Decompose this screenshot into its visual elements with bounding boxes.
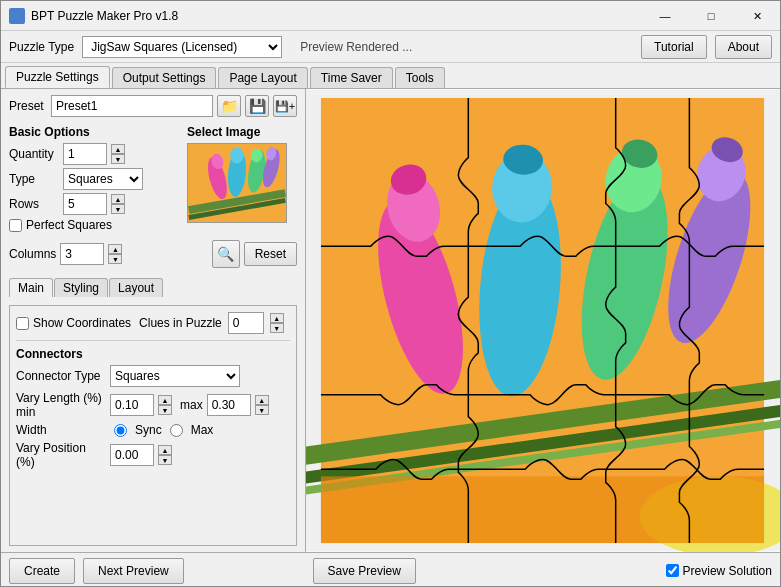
vary-max-down[interactable]: ▼ [255,405,269,415]
vary-position-row: Vary Position (%) ▲ ▼ [16,441,290,469]
search-button[interactable]: 🔍 [212,240,240,268]
connectors-section: Connectors Connector Type Squares Classi… [16,347,290,469]
top-bar: Puzzle Type JigSaw Squares (Licensed) Pr… [1,31,780,63]
max-radio[interactable] [170,424,183,437]
preview-solution-label: Preview Solution [683,564,772,578]
create-button[interactable]: Create [9,558,75,584]
clues-row: Clues in Puzzle ▲ ▼ [139,312,284,334]
sync-radio[interactable] [114,424,127,437]
columns-down[interactable]: ▼ [108,254,122,264]
sub-tab-main[interactable]: Main [9,278,53,297]
type-select[interactable]: Squares Classic Random [63,168,143,190]
perfect-squares-label: Perfect Squares [26,218,112,232]
vary-max-label: max [180,398,203,412]
columns-row: Columns ▲ ▼ 🔍 Reset [9,240,297,268]
max-label: Max [191,423,214,437]
preset-save-button[interactable]: 💾 [245,95,269,117]
width-label: Width [16,423,106,437]
main-tab-bar: Puzzle Settings Output Settings Page Lay… [1,63,780,89]
sub-tab-styling[interactable]: Styling [54,278,108,297]
tab-output-settings[interactable]: Output Settings [112,67,217,88]
tutorial-button[interactable]: Tutorial [641,35,707,59]
bottom-bar: Create Next Preview Save Preview Preview… [1,552,780,587]
clues-down[interactable]: ▼ [270,323,284,333]
title-bar: BPT Puzzle Maker Pro v1.8 — □ ✕ [1,1,780,31]
main-layout: Preset 📁 💾 💾+ Basic Options Quantity ▲ ▼ [1,89,780,552]
type-label: Type [9,172,59,186]
puzzle-preview-svg [306,89,780,552]
puzzle-type-select[interactable]: JigSaw Squares (Licensed) [82,36,282,58]
sub-tab-bar: Main Styling Layout [9,278,297,297]
vary-length-min-input[interactable] [110,394,154,416]
show-coordinates-row: Show Coordinates [16,316,131,330]
image-preview[interactable] [187,143,287,223]
vary-position-input[interactable] [110,444,154,466]
quantity-up[interactable]: ▲ [111,144,125,154]
rows-row: Rows ▲ ▼ [9,193,181,215]
left-panel: Preset 📁 💾 💾+ Basic Options Quantity ▲ ▼ [1,89,306,552]
close-button[interactable]: ✕ [734,1,780,31]
separator [16,340,290,341]
maximize-button[interactable]: □ [688,1,734,31]
vary-length-row: Vary Length (%) min ▲ ▼ max ▲ ▼ [16,391,290,419]
preset-folder-button[interactable]: 📁 [217,95,241,117]
quantity-input[interactable] [63,143,107,165]
clues-spinner: ▲ ▼ [270,313,284,333]
connector-type-row: Connector Type Squares Classic Wave Teet… [16,365,290,387]
preview-solution-checkbox[interactable] [666,564,679,577]
show-coordinates-label: Show Coordinates [33,316,131,330]
puzzle-type-label: Puzzle Type [9,40,74,54]
save-preview-button[interactable]: Save Preview [313,558,416,584]
preset-save-as-button[interactable]: 💾+ [273,95,297,117]
tab-page-layout[interactable]: Page Layout [218,67,307,88]
rows-label: Rows [9,197,59,211]
show-coordinates-checkbox[interactable] [16,317,29,330]
vary-max-up[interactable]: ▲ [255,395,269,405]
two-col-section: Basic Options Quantity ▲ ▼ Type Squares … [9,125,297,236]
vary-length-label: Vary Length (%) min [16,391,106,419]
quantity-label: Quantity [9,147,59,161]
sub-tab-layout[interactable]: Layout [109,278,163,297]
preset-row: Preset 📁 💾 💾+ [9,95,297,117]
connector-type-select[interactable]: Squares Classic Wave Teeth [110,365,240,387]
columns-up[interactable]: ▲ [108,244,122,254]
preset-input[interactable] [51,95,213,117]
rows-down[interactable]: ▼ [111,204,125,214]
quantity-row: Quantity ▲ ▼ [9,143,181,165]
vary-min-up[interactable]: ▲ [158,395,172,405]
vary-position-up[interactable]: ▲ [158,445,172,455]
preset-label: Preset [9,99,47,113]
vary-length-max-input[interactable] [207,394,251,416]
quantity-down[interactable]: ▼ [111,154,125,164]
preview-solution-row: Preview Solution [666,564,772,578]
columns-input[interactable] [60,243,104,265]
vary-position-label: Vary Position (%) [16,441,106,469]
quantity-spinner: ▲ ▼ [111,144,125,164]
tab-puzzle-settings[interactable]: Puzzle Settings [5,66,110,88]
perfect-squares-checkbox[interactable] [9,219,22,232]
clues-label: Clues in Puzzle [139,316,222,330]
vary-max-spinner: ▲ ▼ [255,395,269,415]
rows-up[interactable]: ▲ [111,194,125,204]
svg-rect-30 [321,476,764,543]
width-row: Width Sync Max [16,423,290,437]
tab-tools[interactable]: Tools [395,67,445,88]
tab-time-saver[interactable]: Time Saver [310,67,393,88]
vary-position-down[interactable]: ▼ [158,455,172,465]
rows-input[interactable] [63,193,107,215]
vary-min-down[interactable]: ▼ [158,405,172,415]
preview-status-label: Preview Rendered ... [290,40,633,54]
window-title: BPT Puzzle Maker Pro v1.8 [31,9,178,23]
next-preview-button[interactable]: Next Preview [83,558,184,584]
rows-spinner: ▲ ▼ [111,194,125,214]
basic-options-label: Basic Options [9,125,181,139]
clues-up[interactable]: ▲ [270,313,284,323]
connector-type-label: Connector Type [16,369,106,383]
reset-button[interactable]: Reset [244,242,297,266]
vary-min-spinner: ▲ ▼ [158,395,172,415]
minimize-button[interactable]: — [642,1,688,31]
about-button[interactable]: About [715,35,772,59]
columns-label: Columns [9,247,56,261]
basic-options: Basic Options Quantity ▲ ▼ Type Squares … [9,125,181,236]
clues-input[interactable] [228,312,264,334]
